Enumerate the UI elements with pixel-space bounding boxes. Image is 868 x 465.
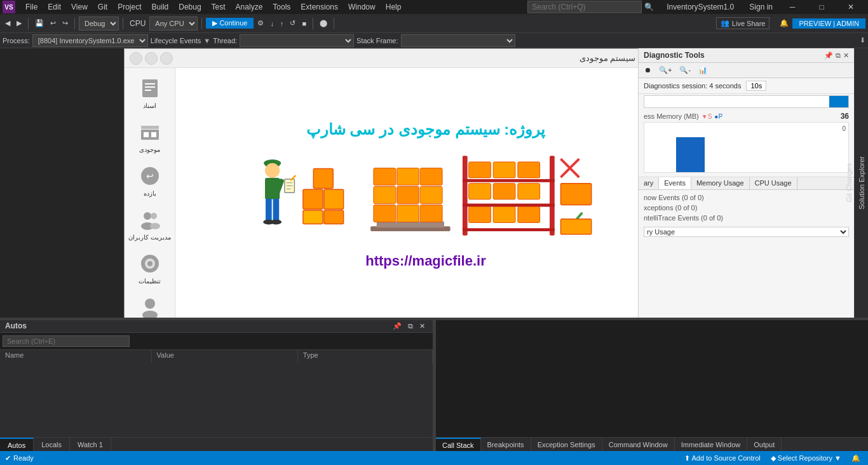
tab-watch1[interactable]: Watch 1	[70, 438, 111, 451]
live-share-button[interactable]: 👥 Live Share	[716, 17, 770, 29]
debug-mode-dropdown[interactable]: Debug	[79, 17, 119, 30]
notifications-button[interactable]: 🔔	[777, 18, 791, 29]
sidebar-item-login[interactable]: وارد شدن	[135, 292, 165, 318]
tab-immediate-window[interactable]: Immediate Window	[675, 438, 748, 451]
autos-float-btn[interactable]: ⧉	[405, 321, 416, 331]
menu-edit[interactable]: Edit	[43, 0, 66, 14]
step-out-btn[interactable]: ↑	[278, 18, 287, 29]
diag-tab-cpu[interactable]: CPU Usage	[750, 177, 797, 189]
menu-git[interactable]: Git	[93, 0, 112, 14]
sidebar-item-settings-label: تنظیمات	[139, 278, 161, 285]
add-source-control-button[interactable]: ⬆ Add to Source Control	[682, 454, 763, 462]
svg-point-16	[147, 261, 153, 266]
breakpoint-btn[interactable]: ⬤	[317, 18, 330, 29]
any-cpu-dropdown[interactable]: Any CPU	[149, 17, 198, 30]
diag-record-btn[interactable]: ⏺	[641, 64, 654, 76]
forward-button[interactable]: ▶	[14, 18, 24, 29]
tab-locals[interactable]: Locals	[34, 438, 70, 451]
diag-tab-events[interactable]: Events	[659, 177, 691, 189]
ready-label: Ready	[13, 454, 34, 462]
memory-usage-dropdown[interactable]: ry Usage	[644, 227, 849, 237]
solution-explorer-tab[interactable]: Solution Explorer	[855, 150, 868, 216]
process-dropdown[interactable]: [8804] InventorySystem1.0.exe	[32, 34, 148, 47]
sidebar-item-returns[interactable]: ↩ بازده	[135, 161, 165, 199]
menu-view[interactable]: View	[66, 0, 93, 14]
diag-pin-button[interactable]: 📌	[824, 51, 833, 60]
sidebar-item-users[interactable]: مدیریت کاربران	[126, 205, 173, 243]
svg-rect-33	[303, 189, 323, 209]
process-bar-collapse[interactable]: ⬇	[860, 36, 865, 44]
menu-window[interactable]: Window	[343, 0, 381, 14]
step-in-btn[interactable]: ↓	[268, 18, 276, 29]
sep5	[313, 18, 313, 29]
menu-build[interactable]: Build	[147, 0, 174, 14]
sign-in-button[interactable]: Sign in	[744, 3, 778, 11]
git-changes-tab[interactable]: Git Changes	[843, 157, 855, 208]
diag-zoom-out-btn[interactable]: 🔍-	[676, 64, 694, 76]
select-repository-button[interactable]: ◆ Select Repository ▼	[768, 454, 844, 462]
diag-tab-summary[interactable]: ary	[639, 177, 659, 189]
sidebar-item-documents[interactable]: اسناد	[135, 73, 165, 112]
svg-rect-7	[151, 132, 156, 137]
menu-file[interactable]: File	[20, 0, 43, 14]
continue-button[interactable]: ▶ Continue	[206, 18, 254, 29]
undo-button[interactable]: ↩	[48, 18, 58, 29]
diagnostic-tools-panel: Diagnostic Tools 📌 ⧉ ✕ ⏺ 🔍+ 🔍- 📊 Diagnos…	[638, 48, 854, 318]
save-button[interactable]: 💾	[32, 18, 46, 29]
time-selector-btn[interactable]: 10s	[746, 81, 766, 91]
sidebar-item-settings[interactable]: تنظیمات	[135, 248, 165, 287]
maximize-button[interactable]: □	[807, 0, 836, 14]
tab-output[interactable]: Output	[747, 438, 782, 451]
tab-exception-settings[interactable]: Exception Settings	[531, 438, 602, 451]
select-repository-label: Select Repository	[778, 454, 832, 462]
tab-autos[interactable]: Autos	[0, 438, 34, 451]
menu-project[interactable]: Project	[112, 0, 146, 14]
diag-tab-memory[interactable]: Memory Usage	[691, 177, 750, 189]
diag-zoom-in-btn[interactable]: 🔍+	[656, 64, 675, 76]
tab-command-window[interactable]: Command Window	[602, 438, 675, 451]
menu-tools[interactable]: Tools	[268, 0, 295, 14]
autos-search-input[interactable]	[3, 335, 130, 347]
back-button[interactable]: ◀	[3, 18, 13, 29]
app-close-button[interactable]: ✕	[130, 52, 142, 65]
notifications-status-button[interactable]: 🔔	[849, 454, 863, 462]
restart-btn[interactable]: ↺	[287, 18, 298, 29]
event-item-3: ntelliTrace Events (0 of 0)	[644, 213, 849, 223]
preview-admin-button[interactable]: PREVIEW | ADMIN	[792, 18, 865, 29]
menu-analyze[interactable]: Analyze	[231, 0, 268, 14]
diagnostic-title: Diagnostic Tools	[644, 51, 822, 60]
autos-close-btn[interactable]: ✕	[417, 321, 428, 331]
app-minimize-button[interactable]: ─	[160, 52, 173, 65]
svg-rect-47	[397, 168, 419, 185]
sidebar-item-inventory[interactable]: موجودی	[135, 117, 165, 156]
app-maximize-button[interactable]: □	[145, 52, 158, 65]
bottom-panels: Autos 📌 ⧉ ✕ Name Value	[0, 320, 868, 451]
menu-test[interactable]: Test	[207, 0, 231, 14]
menu-help[interactable]: Help	[381, 0, 407, 14]
status-bar: ✔ Ready ⬆ Add to Source Control ◆ Select…	[0, 451, 868, 465]
diag-close-button[interactable]: ✕	[843, 51, 849, 60]
close-button[interactable]: ✕	[836, 0, 865, 14]
svg-rect-61	[493, 206, 515, 222]
stop-btn[interactable]: ■	[299, 18, 309, 29]
global-search-input[interactable]	[527, 1, 642, 13]
stack-frame-dropdown[interactable]	[401, 34, 515, 47]
svg-rect-41	[397, 205, 419, 222]
svg-rect-34	[324, 189, 344, 209]
redo-button[interactable]: ↪	[60, 18, 71, 29]
thread-dropdown[interactable]	[240, 34, 354, 47]
step-over-btn[interactable]: ⚙	[255, 18, 266, 29]
tab-call-stack[interactable]: Call Stack	[436, 438, 481, 451]
tab-breakpoints[interactable]: Breakpoints	[481, 438, 531, 451]
diag-float-button[interactable]: ⧉	[836, 51, 841, 60]
autos-pin-btn[interactable]: 📌	[390, 321, 404, 331]
call-stack-panel: Call Stack Breakpoints Exception Setting…	[436, 320, 868, 451]
minimize-button[interactable]: ─	[778, 0, 807, 14]
menu-bar: VS File Edit View Git Project Build Debu…	[0, 0, 868, 14]
menu-extensions[interactable]: Extensions	[295, 0, 343, 14]
diag-chart-btn[interactable]: 📊	[695, 64, 710, 76]
cpu-label: CPU	[127, 19, 148, 28]
menu-debug[interactable]: Debug	[173, 0, 206, 14]
app-titlebar: ✕ □ ─ داشبورد سیستم موجودی	[125, 49, 638, 68]
autos-header: Autos 📌 ⧉ ✕	[0, 320, 433, 333]
